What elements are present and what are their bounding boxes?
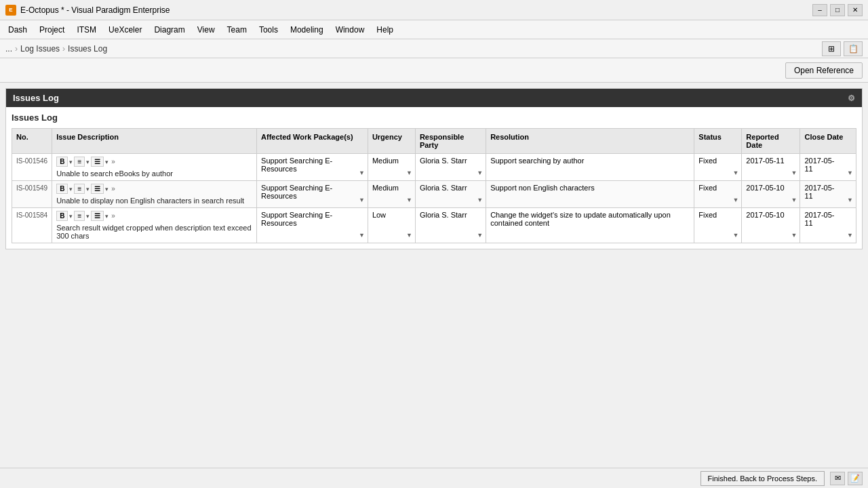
affected-work-dropdown[interactable]: ▼: [359, 169, 365, 176]
status-dropdown[interactable]: ▼: [732, 169, 738, 176]
col-header-affected-work-package(s): Affected Work Package(s): [257, 129, 368, 154]
reported-date-dropdown[interactable]: ▼: [791, 232, 797, 239]
breadcrumb-log-issues[interactable]: Log Issues: [20, 44, 60, 54]
minimize-button[interactable]: –: [812, 4, 827, 16]
align-button[interactable]: ≡: [74, 184, 85, 194]
urgency-dropdown[interactable]: ▼: [406, 232, 412, 239]
bold-button[interactable]: B: [56, 184, 68, 194]
menu-item-dash[interactable]: Dash: [3, 23, 33, 37]
responsible-party-dropdown[interactable]: ▼: [477, 197, 483, 203]
dropdown-arrow-list[interactable]: ▾: [105, 159, 108, 165]
grid-view-button[interactable]: ⊞: [822, 41, 841, 56]
affected-work-value: Support Searching E-Resources: [261, 184, 363, 200]
close-date-value: 2017-05-11: [804, 157, 852, 173]
issue-description[interactable]: Unable to display non English characters…: [56, 197, 252, 205]
cell-urgency: Low ▼: [368, 208, 415, 243]
cell-close-date: 2017-05-11 ▼: [800, 181, 856, 208]
status-value: Fixed: [698, 211, 737, 219]
col-header-resolution: Resolution: [486, 129, 694, 154]
list-button[interactable]: ☰: [91, 184, 104, 194]
table-row: IS-001549 B ▾ ≡ ▾ ☰ ▾ » Unable to displa…: [12, 181, 856, 208]
reported-date-dropdown[interactable]: ▼: [791, 197, 797, 203]
dropdown-arrow-align[interactable]: ▾: [86, 159, 90, 165]
menu-item-tools[interactable]: Tools: [254, 23, 283, 37]
urgency-value: Medium: [372, 184, 411, 192]
status-dropdown[interactable]: ▼: [732, 232, 738, 239]
reported-date-value: 2017-05-10: [746, 211, 795, 219]
bold-button[interactable]: B: [56, 211, 68, 221]
menu-item-help[interactable]: Help: [371, 23, 399, 37]
cell-affected-work: Support Searching E-Resources ▼: [257, 181, 368, 208]
mail-icon[interactable]: ✉: [830, 472, 845, 485]
issue-id: IS-001546: [16, 157, 47, 165]
open-reference-button[interactable]: Open Reference: [785, 62, 863, 79]
affected-work-dropdown[interactable]: ▼: [359, 197, 365, 203]
list-button[interactable]: ☰: [91, 211, 104, 221]
menu-item-itsm[interactable]: ITSM: [71, 23, 102, 37]
cell-resolution: Support non English characters: [486, 181, 694, 208]
issue-description[interactable]: Search result widget cropped when descri…: [56, 224, 252, 240]
affected-work-value: Support Searching E-Resources: [261, 157, 363, 173]
menu-item-diagram[interactable]: Diagram: [149, 23, 190, 37]
list-button[interactable]: ☰: [91, 157, 104, 167]
toolbar-row: Open Reference: [0, 58, 868, 83]
col-header-no.: No.: [12, 129, 52, 154]
menu-item-view[interactable]: View: [192, 23, 220, 37]
align-button[interactable]: ≡: [74, 211, 85, 221]
close-date-dropdown[interactable]: ▼: [847, 197, 853, 203]
dropdown-arrow-align[interactable]: ▾: [86, 186, 90, 192]
affected-work-dropdown[interactable]: ▼: [359, 232, 365, 239]
urgency-dropdown[interactable]: ▼: [406, 169, 412, 176]
cell-reported-date: 2017-05-11 ▼: [742, 154, 800, 181]
urgency-dropdown[interactable]: ▼: [406, 197, 412, 203]
cell-affected-work: Support Searching E-Resources ▼: [257, 154, 368, 181]
cell-close-date: 2017-05-11 ▼: [800, 154, 856, 181]
maximize-button[interactable]: □: [830, 4, 845, 16]
issues-panel-header: Issues Log ⚙: [6, 89, 862, 107]
breadcrumb-issues-log[interactable]: Issues Log: [68, 44, 107, 54]
dropdown-arrow-align[interactable]: ▾: [86, 213, 90, 220]
close-button[interactable]: ✕: [848, 4, 863, 16]
issue-description[interactable]: Unable to search eBooks by author: [56, 169, 252, 178]
col-header-responsible-party: Responsible Party: [415, 129, 486, 154]
responsible-party-dropdown[interactable]: ▼: [477, 169, 483, 176]
menu-item-window[interactable]: Window: [330, 23, 370, 37]
title-bar: E E-Octopus * - Visual Paradigm Enterpri…: [0, 0, 868, 20]
dropdown-arrow-list[interactable]: ▾: [105, 213, 108, 220]
app-icon: E: [5, 5, 16, 16]
notes-icon[interactable]: 📝: [848, 472, 863, 485]
responsible-party-value: Gloria S. Starr: [420, 157, 481, 165]
menu-item-team[interactable]: Team: [222, 23, 252, 37]
finished-button[interactable]: Finished. Back to Process Steps.: [701, 471, 825, 486]
cell-status: Fixed ▼: [694, 208, 742, 243]
cell-responsible-party: Gloria S. Starr ▼: [415, 154, 486, 181]
breadcrumb-ellipsis[interactable]: ...: [5, 44, 12, 54]
expand-button[interactable]: »: [111, 212, 115, 220]
dropdown-arrow-list[interactable]: ▾: [105, 186, 108, 192]
align-button[interactable]: ≡: [74, 157, 85, 167]
close-date-dropdown[interactable]: ▼: [847, 169, 853, 176]
expand-button[interactable]: »: [111, 185, 115, 192]
menu-item-modeling[interactable]: Modeling: [285, 23, 329, 37]
cell-reported-date: 2017-05-10 ▼: [742, 181, 800, 208]
table-row: IS-001546 B ▾ ≡ ▾ ☰ ▾ » Unable to search…: [12, 154, 856, 181]
breadcrumb-bar: ... › Log Issues › Issues Log ⊞ 📋: [0, 39, 868, 58]
issues-panel: Issues Log ⚙ Issues Log No.Issue Descrip…: [5, 88, 863, 249]
menu-item-uexceler[interactable]: UeXceler: [103, 23, 147, 37]
clipboard-button[interactable]: 📋: [844, 41, 863, 56]
dropdown-arrow-b[interactable]: ▾: [69, 159, 73, 165]
panel-settings-icon[interactable]: ⚙: [848, 94, 855, 103]
menu-bar: DashProjectITSMUeXcelerDiagramViewTeamTo…: [0, 20, 868, 39]
cell-status: Fixed ▼: [694, 181, 742, 208]
close-date-dropdown[interactable]: ▼: [847, 232, 853, 239]
dropdown-arrow-b[interactable]: ▾: [69, 186, 73, 192]
expand-button[interactable]: »: [111, 158, 115, 165]
bold-button[interactable]: B: [56, 157, 68, 167]
cell-reported-date: 2017-05-10 ▼: [742, 208, 800, 243]
responsible-party-dropdown[interactable]: ▼: [477, 232, 483, 239]
reported-date-dropdown[interactable]: ▼: [791, 169, 797, 176]
cell-urgency: Medium ▼: [368, 154, 415, 181]
status-dropdown[interactable]: ▼: [732, 197, 738, 203]
menu-item-project[interactable]: Project: [34, 23, 70, 37]
dropdown-arrow-b[interactable]: ▾: [69, 213, 73, 220]
